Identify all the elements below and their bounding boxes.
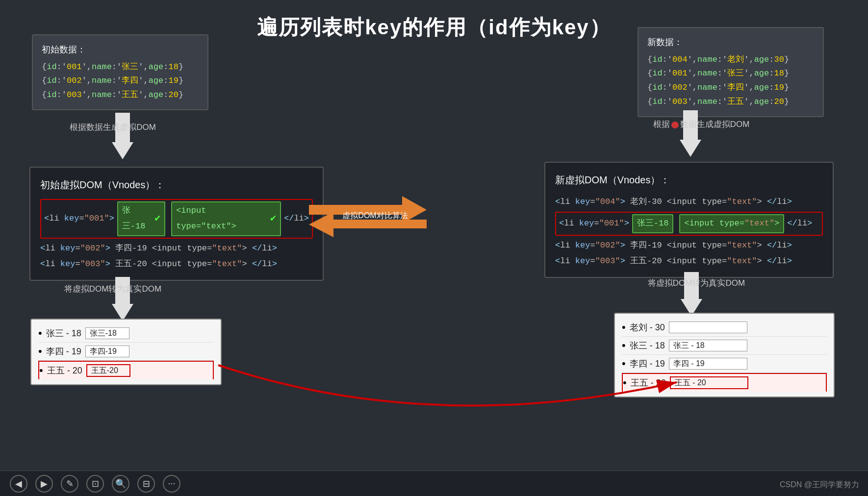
- left-vdom-row-2: <li key="002"> 李四-19 <input type="text">…: [40, 241, 313, 256]
- right-vdom-name-highlight: 张三-18: [632, 214, 674, 233]
- control-prev[interactable]: ◀: [10, 475, 27, 493]
- right-bullet-3: •: [622, 357, 626, 370]
- right-bullet-2: •: [622, 339, 626, 352]
- left-real-dom-box: • 张三 - 18 • 李四 - 19 • 王五 - 20: [30, 319, 222, 385]
- new-data-line-3: {id:'002',name:'李四',age:19}: [647, 81, 814, 95]
- left-vdom-name-highlight: 张三-18 ✔: [117, 201, 165, 236]
- left-input-2[interactable]: [85, 346, 129, 357]
- control-next[interactable]: ▶: [35, 475, 53, 493]
- left-input-3[interactable]: [86, 364, 130, 377]
- init-data-line-2: {id:'002',name:'李四',age:19}: [42, 74, 199, 88]
- control-bar: ◀ ▶ ✎ ⊡ 🔍 ⊟ ···: [0, 471, 868, 496]
- right-item-1-text: 老刘 - 30: [630, 322, 665, 333]
- left-arrow-head: [112, 142, 133, 159]
- right-arrow-head-1: [680, 140, 701, 157]
- left-real-dom-item-2: • 李四 - 19: [38, 343, 214, 361]
- right-item-3-text: 李四 - 19: [630, 358, 665, 370]
- left-vdom-row-1: <li key="001"> 张三-18 ✔ <input type="text…: [40, 199, 313, 239]
- control-zoom[interactable]: 🔍: [112, 475, 129, 493]
- right-arrow-label-1: 根据■数据生成虚拟DOM: [633, 119, 770, 130]
- left-vdom-title: 初始虚拟DOM（Vnodes）：: [40, 175, 313, 194]
- bullet-2: •: [38, 345, 42, 358]
- center-arrow-text: 虚拟DOM对比算法: [311, 211, 439, 221]
- right-vdom-row-3: <li key="003"> 王五-20 <input type="text">…: [555, 253, 823, 269]
- right-vdom-title: 新虚拟DOM（Vnodes）：: [555, 171, 823, 189]
- left-item-3-text: 王五 - 20: [47, 365, 82, 376]
- right-real-dom-box: • 老刘 - 30 • 张三 - 18 • 李四 - 19 • 王五 - 20: [614, 313, 835, 397]
- left-item-1-text: 张三 - 18: [46, 327, 81, 339]
- center-arrow-label: 虚拟DOM对比算法: [311, 201, 439, 221]
- left-arrow-label: 根据数据生成虚拟DOM: [49, 122, 177, 133]
- right-input-2[interactable]: [669, 340, 747, 351]
- right-real-dom-item-2: • 张三 - 18: [622, 337, 827, 355]
- right-vdom-row-extra: <li key="004"> 老刘-30 <input type="text">…: [555, 194, 823, 210]
- left-arrow-down: [112, 113, 133, 159]
- bullet-3: •: [39, 364, 43, 377]
- control-edit[interactable]: ✎: [61, 475, 78, 493]
- new-data-label: 新数据：: [647, 35, 814, 50]
- left-vdom-row-3: <li key="003"> 王五-20 <input type="text">…: [40, 256, 313, 272]
- right-real-dom-item-1: • 老刘 - 30: [622, 319, 827, 337]
- right-input-3[interactable]: [669, 358, 747, 370]
- right-real-dom-item-3: • 李四 - 19: [622, 355, 827, 373]
- right-real-dom-item-4: • 王五 - 20: [622, 373, 827, 392]
- left-vdom-box: 初始虚拟DOM（Vnodes）： <li key="001"> 张三-18 ✔ …: [29, 167, 324, 281]
- new-data-line-2: {id:'001',name:'张三',age:18}: [647, 67, 814, 81]
- right-arrow-label-2: 将虚拟DOM转为真实DOM: [628, 277, 765, 289]
- new-data-line-1: {id:'004',name:'老刘',age:30}: [647, 53, 814, 67]
- init-data-box: 初始数据： {id:'001',name:'张三',age:18} {id:'0…: [32, 34, 208, 110]
- right-bullet-4: •: [623, 376, 627, 389]
- new-data-line-4: {id:'003',name:'王五',age:20}: [647, 95, 814, 109]
- right-item-4-text: 王五 - 20: [631, 377, 666, 389]
- left-input-1[interactable]: [85, 327, 129, 339]
- new-data-box: 新数据： {id:'004',name:'老刘',age:30} {id:'00…: [638, 27, 824, 117]
- init-data-line-3: {id:'003',name:'王五',age:20}: [42, 88, 199, 102]
- control-capture[interactable]: ⊡: [86, 475, 104, 493]
- left-real-dom-item-3: • 王五 - 20: [38, 361, 214, 379]
- right-bullet-1: •: [622, 321, 626, 334]
- watermark: CSDN @王同学要努力: [780, 480, 859, 490]
- init-data-line-1: {id:'001',name:'张三',age:18}: [42, 60, 199, 74]
- control-minus[interactable]: ⊟: [137, 475, 155, 493]
- right-input-4[interactable]: [670, 376, 748, 389]
- init-data-label: 初始数据：: [42, 42, 199, 57]
- bullet-1: •: [38, 327, 42, 340]
- left-vdom-input-highlight: <input type="text"> ✔: [171, 201, 281, 236]
- left-real-dom-item-1: • 张三 - 18: [38, 324, 214, 343]
- right-input-1[interactable]: [669, 322, 747, 333]
- right-vdom-input-highlight: <input type="text">: [679, 214, 784, 233]
- control-more[interactable]: ···: [163, 475, 180, 493]
- right-vdom-box: 新虚拟DOM（Vnodes）： <li key="004"> 老刘-30 <in…: [544, 162, 834, 278]
- left-item-2-text: 李四 - 19: [46, 346, 81, 357]
- right-arrow-down-1: [680, 110, 701, 157]
- right-vdom-row-2: <li key="002"> 李四-19 <input type="text">…: [555, 238, 823, 253]
- left-arrow-label-2: 将虚拟DOM转为真实DOM: [49, 283, 177, 295]
- right-item-2-text: 张三 - 18: [630, 340, 665, 351]
- right-vdom-row-1: <li key="001"> 张三-18 <input type="text">…: [555, 212, 823, 235]
